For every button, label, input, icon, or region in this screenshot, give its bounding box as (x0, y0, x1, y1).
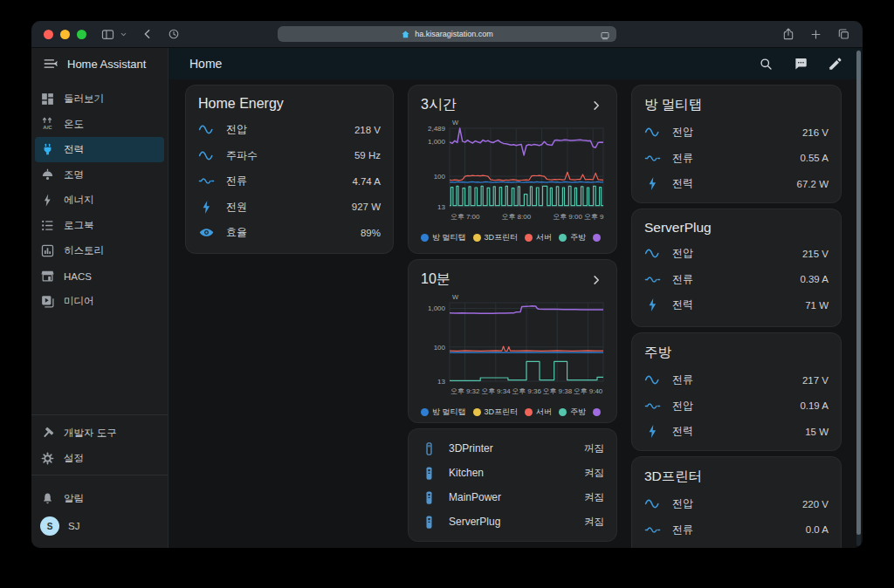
switch-row-3dprinter[interactable]: 3DPrinter꺼짐 (421, 436, 604, 461)
legend-item[interactable]: 주방 (559, 407, 586, 418)
share-button[interactable] (781, 27, 795, 41)
legend-item[interactable]: 주방 (559, 232, 586, 243)
switch-row-mainpower[interactable]: MainPower켜짐 (421, 485, 604, 509)
flash-icon (644, 297, 661, 313)
scrollbar-thumb[interactable] (856, 51, 861, 535)
legend-dot (559, 234, 567, 242)
sine-icon (644, 496, 661, 512)
power-chart-10min[interactable]: 1,00010013W오후 9:32오후 9:34오후 9:36오후 9:38오… (421, 291, 604, 402)
sensor-label: 전압 (226, 122, 247, 137)
url-bar[interactable]: ha.kisaragistation.com (278, 26, 616, 42)
sidebar-item-label: 온도 (64, 118, 84, 131)
menu-button[interactable] (43, 56, 58, 72)
bell-icon (40, 491, 55, 506)
new-tab-button[interactable] (809, 28, 822, 41)
sensor-row[interactable] (644, 543, 829, 548)
sensor-row[interactable]: 전압220 V (644, 491, 829, 517)
svg-text:A/C: A/C (43, 125, 52, 130)
chevron-right-icon[interactable] (588, 272, 604, 288)
sensor-row[interactable]: 전압218 V (198, 117, 381, 143)
switch-name: MainPower (449, 491, 501, 503)
sidebar-item-label: 설정 (64, 452, 84, 465)
switch-state: 켜짐 (584, 491, 604, 504)
svg-text:오후 7:00: 오후 7:00 (450, 213, 480, 221)
sensor-row[interactable]: 전압215 V (644, 241, 829, 267)
zoom-button[interactable] (77, 30, 86, 39)
card-kitchen: 주방 전류217 V전압0.19 A전력15 W (631, 332, 842, 451)
sidebar-item-media[interactable]: 미디어 (35, 289, 164, 314)
sensor-row[interactable]: 전류0.0 A (644, 517, 829, 544)
sensor-row[interactable]: 전류0.55 A (644, 146, 829, 172)
hammer-icon (40, 426, 55, 441)
switch-name: Kitchen (449, 467, 484, 479)
legend-item[interactable]: 3D프린터 (473, 232, 519, 243)
gear-icon (40, 451, 55, 466)
sensor-label: 전류 (672, 272, 693, 287)
tabs-overview-button[interactable] (836, 27, 850, 41)
sidebar-item-history[interactable]: 히스토리 (35, 238, 164, 263)
legend-label: 주방 (570, 407, 586, 418)
legend-item[interactable]: 3D프린터 (473, 407, 519, 418)
sensor-row[interactable]: 전류0.39 A (644, 267, 829, 293)
sidebar-user[interactable]: SSJ (35, 511, 164, 541)
page-settings-icon[interactable] (600, 29, 610, 39)
edit-dashboard-button[interactable] (828, 56, 843, 72)
legend-item[interactable]: 서버 (525, 232, 552, 243)
sensor-row[interactable]: 전원927 W (198, 195, 381, 221)
sidebar-toggle-button[interactable] (100, 27, 115, 42)
sensor-value: 59 Hz (354, 150, 381, 161)
sensor-value: 218 V (354, 125, 381, 135)
sidebar-item-settings[interactable]: 설정 (35, 446, 164, 471)
sidebar-item-temperature[interactable]: A/C온도 (35, 112, 164, 137)
sensor-row[interactable]: 주파수59 Hz (198, 143, 381, 169)
sensor-row[interactable]: 전류217 V (644, 367, 829, 393)
legend-item[interactable]: 집 전체 (593, 232, 604, 243)
chevron-right-icon[interactable] (588, 98, 604, 113)
sidebar-item-energy[interactable]: 에너지 (35, 188, 164, 213)
legend-item[interactable]: 방 멀티탭 (421, 232, 466, 243)
sensor-row[interactable]: 전압216 V (644, 120, 829, 146)
sensor-label: 효율 (226, 225, 247, 240)
sidebar-item-developer-tools[interactable]: 개발자 도구 (35, 420, 164, 446)
sidebar-item-logbook[interactable]: 로그북 (35, 213, 164, 238)
close-button[interactable] (44, 30, 53, 39)
sidebar-item-notifications[interactable]: 알림 (35, 486, 164, 511)
ceiling-light-icon (40, 168, 55, 182)
back-button[interactable] (141, 27, 155, 41)
chevron-down-icon[interactable] (119, 30, 128, 39)
sensor-row[interactable]: 효율89% (198, 220, 381, 246)
sidebar-item-overview[interactable]: 둘러보기 (35, 86, 164, 112)
sensor-row[interactable]: 전류4.74 A (198, 168, 381, 195)
sensor-label: 전류 (226, 174, 247, 188)
main-area: Home Home Energy 전압218 V주파수59 Hz전류4.74 A… (168, 48, 863, 548)
history-button[interactable] (167, 27, 181, 41)
card-chart-10min: 10분 1,00010013W오후 9:32오후 9:34오후 9:36오후 9… (408, 259, 617, 423)
assist-chat-button[interactable] (793, 56, 808, 72)
sensor-row[interactable]: 전력15 W (644, 419, 829, 445)
sensor-row[interactable]: 전력67.2 W (644, 171, 829, 197)
search-button[interactable] (758, 56, 774, 72)
legend-label: 서버 (536, 232, 552, 243)
home-assistant-app: Home Assistant 둘러보기A/C온도전력조명에너지로그북히스토리HA… (31, 48, 863, 548)
sensor-value: 215 V (802, 249, 829, 259)
sensor-value: 67.2 W (797, 179, 829, 189)
svg-text:오후 9:38: 오후 9:38 (542, 387, 572, 395)
card-home-energy: Home Energy 전압218 V주파수59 Hz전류4.74 A전원927… (185, 85, 394, 254)
sine-icon (644, 245, 661, 262)
switch-row-kitchen[interactable]: Kitchen켜짐 (421, 461, 604, 485)
switch-row-serverplug[interactable]: ServerPlug켜짐 (421, 509, 604, 534)
card-switches: 3DPrinter꺼짐Kitchen켜짐MainPower켜짐ServerPlu… (408, 428, 617, 542)
svg-text:13: 13 (437, 203, 445, 211)
sensor-row[interactable]: 전압0.19 A (644, 393, 829, 420)
sidebar-item-power[interactable]: 전력 (35, 137, 164, 162)
legend-item[interactable]: 서버 (525, 407, 552, 418)
minimize-button[interactable] (60, 30, 70, 39)
legend-item[interactable]: 방 멀티탭 (421, 407, 466, 418)
main-header: Home (168, 48, 863, 79)
sensor-label: 전력 (672, 424, 693, 439)
power-chart-3h[interactable]: 2,4891,00010013W오후 7:00오후 8:00오후 9:00오후 … (421, 116, 604, 228)
sidebar-item-lighting[interactable]: 조명 (35, 162, 164, 188)
legend-item[interactable]: 집 전체 (593, 407, 604, 418)
sensor-row[interactable]: 전력71 W (644, 292, 829, 318)
sidebar-item-hacs[interactable]: HACS (35, 263, 164, 289)
